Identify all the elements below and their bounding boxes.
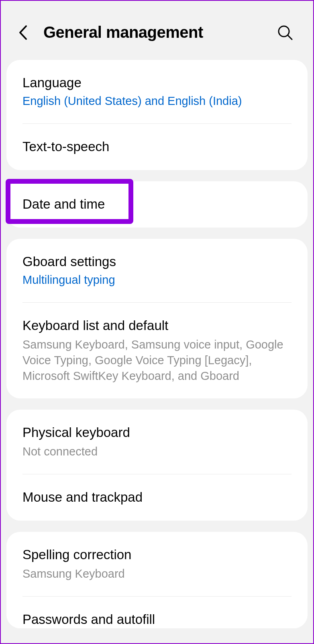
passwords-autofill-item[interactable]: Passwords and autofill: [6, 597, 308, 628]
item-subtitle: Multilingual typing: [22, 272, 292, 288]
settings-group: Physical keyboard Not connected Mouse an…: [6, 410, 308, 521]
item-title: Keyboard list and default: [22, 317, 292, 334]
spelling-correction-item[interactable]: Spelling correction Samsung Keyboard: [6, 532, 308, 596]
text-to-speech-item[interactable]: Text-to-speech: [6, 124, 308, 170]
item-title: Language: [22, 74, 292, 92]
language-item[interactable]: Language English (United States) and Eng…: [6, 60, 308, 123]
keyboard-list-item[interactable]: Keyboard list and default Samsung Keyboa…: [6, 303, 308, 398]
search-button[interactable]: [276, 24, 294, 41]
gboard-settings-item[interactable]: Gboard settings Multilingual typing: [6, 239, 308, 302]
settings-group: Gboard settings Multilingual typing Keyb…: [6, 239, 308, 398]
item-title: Spelling correction: [22, 546, 292, 564]
item-title: Gboard settings: [22, 253, 292, 271]
mouse-trackpad-item[interactable]: Mouse and trackpad: [6, 474, 308, 521]
item-title: Physical keyboard: [22, 424, 292, 441]
settings-group: Spelling correction Samsung Keyboard Pas…: [6, 532, 308, 628]
settings-group: Date and time: [6, 181, 308, 228]
back-button[interactable]: [17, 25, 29, 41]
page-title: General management: [43, 23, 276, 41]
item-subtitle: Samsung Keyboard, Samsung voice input, G…: [22, 337, 292, 384]
date-and-time-item[interactable]: Date and time: [6, 181, 308, 228]
item-title: Text-to-speech: [22, 138, 292, 156]
item-title: Date and time: [22, 196, 292, 213]
physical-keyboard-item[interactable]: Physical keyboard Not connected: [6, 410, 308, 474]
item-subtitle: Not connected: [22, 444, 292, 459]
settings-group: Language English (United States) and Eng…: [6, 60, 308, 170]
item-title: Passwords and autofill: [22, 611, 292, 628]
search-icon: [277, 25, 293, 41]
item-subtitle: English (United States) and English (Ind…: [22, 93, 292, 109]
header: General management: [1, 1, 313, 60]
item-title: Mouse and trackpad: [22, 489, 292, 506]
chevron-left-icon: [18, 25, 27, 40]
item-subtitle: Samsung Keyboard: [22, 566, 292, 582]
